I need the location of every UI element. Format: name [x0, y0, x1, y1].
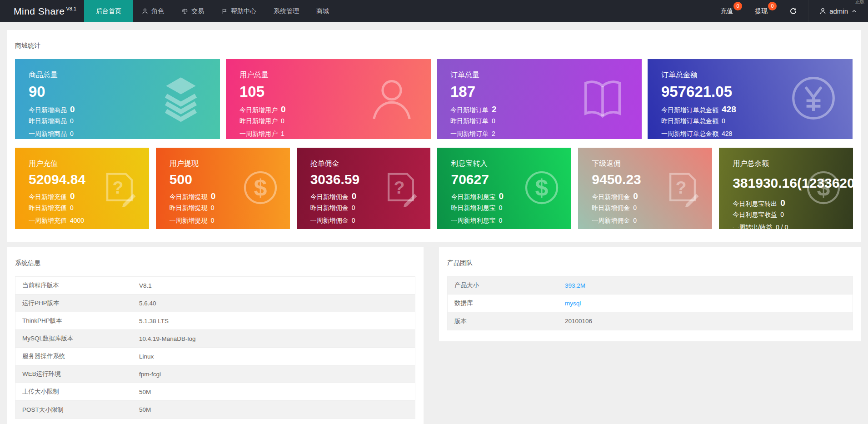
stat-line-label: 今日新增订单 — [450, 106, 489, 115]
stat-line-value: 0 — [281, 105, 286, 115]
row-label: 服务器操作系统 — [15, 352, 139, 360]
stat-line-value: 0 — [499, 217, 502, 224]
stat-card-line-1: 今日利息宝收益0 — [733, 211, 853, 220]
stat-card-line-2: 一周新增提现0 — [170, 217, 290, 226]
brand-name: Mind Share — [14, 6, 65, 17]
stat-line-label: 一周新增充值 — [29, 217, 67, 225]
nav-item-3[interactable]: 帮助中心 — [213, 0, 265, 22]
stat-line-value: 0 — [633, 204, 637, 211]
stat-line-value: 0 — [633, 191, 638, 201]
table-row: WEB运行环境fpm-fcgi — [15, 365, 415, 383]
stat-line-value: 0 — [352, 217, 355, 224]
stat-card-title: 用户提现 — [170, 160, 199, 167]
chevron-up-icon — [851, 8, 857, 14]
stat-line-label: 昨日新增利息宝 — [451, 204, 495, 212]
stat-card-title: 下级返佣 — [592, 160, 621, 167]
question-doc-icon: ? — [663, 168, 702, 209]
row-value: 50M — [139, 389, 151, 395]
row-value: 5.1.38 LTS — [139, 318, 169, 324]
stat-line-label: 昨日新增佣金 — [592, 204, 630, 212]
stat-line-value: 0 — [352, 191, 357, 201]
table-row: 上传大小限制50M — [15, 383, 415, 401]
row-label: 产品大小 — [448, 281, 565, 289]
stat-card-title: 订单总金额 — [661, 71, 698, 79]
stat-line-label: 今日新增提现 — [170, 193, 208, 201]
stat-line-label: 今日新增佣金 — [310, 193, 349, 201]
row-value: Linux — [139, 353, 154, 360]
stat-card-secondary-4: 下级返佣9450.23今日新增佣金0昨日新增佣金0一周新增佣金0 ? — [578, 148, 712, 229]
nav-item-1[interactable]: 角色 — [133, 0, 173, 22]
brand-version: V8.1 — [66, 6, 76, 11]
dollar-circle-icon: $ — [804, 168, 843, 209]
stat-card-secondary-5: 用户总余额381930.16(1233620.32)今日利息宝转出0今日利息宝收… — [719, 148, 853, 229]
table-row: 服务器操作系统Linux — [15, 348, 415, 365]
stat-line-label: 一周新增商品 — [29, 130, 67, 138]
svg-text:$: $ — [254, 174, 267, 200]
row-label: 当前程序版本 — [15, 281, 139, 289]
table-row: 运行PHP版本5.6.40 — [15, 294, 415, 312]
stat-line-label: 一周新增订单总金额 — [661, 130, 718, 138]
row-value: 50M — [139, 406, 151, 413]
stat-line-label: 昨日新增提现 — [170, 204, 208, 212]
stat-line-value: 0 — [499, 204, 502, 211]
question-doc-icon: ? — [100, 168, 139, 209]
nav-right: 充值 0 提现 0 admin — [709, 0, 868, 22]
nav-menu: 后台首页 角色 交易 帮助中心系统管理商城 — [84, 0, 338, 22]
stat-line-value: 0 — [211, 191, 216, 201]
row-value: V8.1 — [139, 282, 152, 289]
row-value[interactable]: mysql — [565, 300, 581, 307]
stat-line-label: 昨日新增充值 — [29, 204, 67, 212]
recharge-badge: 0 — [733, 2, 742, 10]
stat-card-line-2: 一周新增充值4000 — [29, 217, 149, 226]
stat-line-label: 昨日新增订单 — [450, 117, 489, 125]
stat-line-value: 0 — [211, 217, 215, 224]
withdraw-button[interactable]: 提现 0 — [744, 0, 778, 22]
stat-card-line-2: 一周新增商品0 — [29, 130, 220, 139]
brand-logo[interactable]: Mind Share V8.1 — [0, 0, 84, 22]
nav-item-2[interactable]: 交易 — [173, 0, 213, 22]
stat-line-value: 0 / 0 — [776, 224, 788, 229]
nav-item-label: 交易 — [191, 7, 204, 15]
svg-text:?: ? — [112, 177, 123, 197]
nav-item-label: 帮助中心 — [231, 7, 256, 15]
product-team-table: 产品大小393.2M数据库mysql版本20100106 — [447, 276, 853, 330]
yuan-circle-icon — [788, 73, 839, 125]
stat-card-secondary-3: 利息宝转入70627今日新增利息宝0昨日新增利息宝0一周新增利息宝0 $ — [437, 148, 571, 229]
stat-line-value: 0 — [780, 211, 784, 218]
stat-card-title: 用户总余额 — [733, 160, 769, 167]
svg-text:$: $ — [535, 174, 549, 200]
stat-line-label: 今日新增利息宝 — [451, 193, 495, 201]
recharge-label: 充值 — [720, 7, 733, 15]
stat-line-value: 0 — [281, 117, 284, 125]
withdraw-badge: 0 — [768, 2, 777, 10]
stat-line-label: 昨日新增佣金 — [310, 204, 349, 212]
nav-item-label: 系统管理 — [274, 7, 299, 15]
refresh-button[interactable] — [778, 0, 808, 22]
nav-item-label: 后台首页 — [96, 7, 121, 15]
stat-card-title: 用户总量 — [239, 71, 269, 79]
table-row: ThinkPHP版本5.1.38 LTS — [15, 312, 415, 330]
stat-line-label: 一周新增订单 — [450, 130, 489, 138]
stat-card-primary-3: 订单总金额957621.05今日新增订单总金额428昨日新增订单总金额0一周新增… — [648, 59, 853, 139]
nav-item-5[interactable]: 商城 — [308, 0, 338, 22]
stat-card-title: 订单总量 — [450, 71, 479, 79]
stat-card-line-2: 一周转出/收益0 / 0 — [733, 224, 853, 229]
stat-line-value: 0 — [633, 217, 637, 224]
stat-card-primary-2: 订单总量187今日新增订单2昨日新增订单0一周新增订单2 — [437, 59, 642, 139]
row-value: 20100106 — [565, 318, 592, 324]
stat-line-label: 今日利息宝转出 — [733, 200, 777, 208]
stat-card-line-2: 一周新增订单2 — [450, 130, 642, 139]
user-icon — [142, 8, 148, 15]
system-info-title: 系统信息 — [15, 247, 415, 276]
dollar-circle-icon: $ — [522, 168, 561, 209]
svg-text:$: $ — [817, 174, 830, 200]
nav-item-0[interactable]: 后台首页 — [84, 0, 133, 22]
stat-card-primary-1: 用户总量105今日新增用户0昨日新增用户0一周新增用户1 — [226, 59, 431, 139]
table-row: 版本20100106 — [448, 312, 853, 330]
row-label: ThinkPHP版本 — [15, 317, 139, 325]
row-value[interactable]: 393.2M — [565, 282, 585, 289]
nav-item-4[interactable]: 系统管理 — [265, 0, 308, 22]
stat-line-label: 今日利息宝收益 — [733, 211, 777, 219]
withdraw-label: 提现 — [755, 7, 768, 15]
recharge-button[interactable]: 充值 0 — [709, 0, 744, 22]
